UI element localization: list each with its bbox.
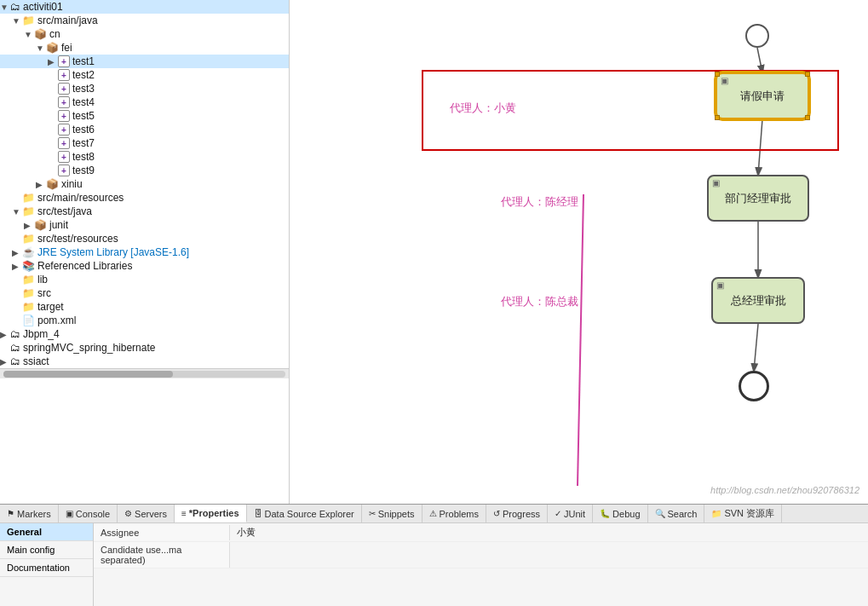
tab-bar: ⚑Markers▣Console⚙Servers≡*Properties🗄Dat… [0, 505, 868, 523]
prop-section-main-config[interactable]: Main config [0, 541, 93, 559]
tree-item-icon: 📁 [22, 301, 35, 313]
task-bumen[interactable]: ▣ 部门经理审批 [707, 175, 809, 222]
label-chenjingli: 代理人：陈经理 [501, 194, 578, 210]
tree-item-test2[interactable]: +test2 [0, 68, 289, 82]
project-explorer[interactable]: ▼🗂activiti01▼📁src/main/java▼📦cn▼📦fei▶+te… [0, 0, 290, 504]
tree-item-label: fei [61, 42, 72, 54]
tab-icon-datasource: 🗄 [254, 509, 262, 518]
tree-item-icon: 📁 [22, 14, 35, 26]
tree-item-test8[interactable]: +test8 [0, 150, 289, 164]
tab-markers[interactable]: ⚑Markers [0, 505, 59, 522]
tree-item-label: test3 [72, 83, 95, 95]
tree-arrow[interactable]: ▼ [12, 207, 22, 216]
tab-icon-debug: 🐛 [600, 509, 610, 518]
tree-arrow[interactable]: ▼ [36, 43, 46, 53]
tree-item-src-main-java[interactable]: ▼📁src/main/java [0, 14, 289, 27]
task-icon: ▣ [721, 76, 728, 85]
task-qingjia-label: 请假申请 [740, 89, 785, 104]
tree-item-test6[interactable]: +test6 [0, 123, 289, 136]
tree-item-label: ssiact [23, 355, 49, 367]
tree-item-fei[interactable]: ▼📦fei [0, 41, 289, 55]
end-event[interactable] [739, 371, 769, 401]
tab-label-markers: Markers [17, 509, 51, 519]
tree-item-src-test-res[interactable]: 📁src/test/resources [0, 232, 289, 245]
tree-item-icon: 📄 [22, 315, 35, 326]
tree-arrow[interactable]: ▶ [48, 57, 58, 66]
resize-sw[interactable] [715, 115, 720, 120]
tree-item-jre-system[interactable]: ▶☕JRE System Library [JavaSE-1.6] [0, 245, 289, 259]
tree-arrow[interactable]: ▶ [12, 248, 22, 257]
tree-arrow[interactable]: ▼ [12, 16, 22, 26]
tree-item-src-main-res[interactable]: 📁src/main/resources [0, 191, 289, 205]
tree-item-jbpm4[interactable]: ▶🗂Jbpm_4 [0, 327, 289, 341]
tree-item-test7[interactable]: +test7 [0, 136, 289, 150]
scrollbar-track [3, 371, 285, 378]
tab-icon-progress: ↺ [493, 509, 500, 518]
tree-item-test4[interactable]: +test4 [0, 95, 289, 109]
tab-junit[interactable]: ✓JUnit [548, 505, 593, 522]
tree-arrow[interactable]: ▶ [24, 221, 34, 230]
tree-arrow[interactable]: ▶ [0, 330, 10, 339]
tab-properties[interactable]: ≡*Properties [175, 505, 247, 522]
tree-item-label: lib [37, 274, 48, 286]
sidebar-horizontal-scrollbar[interactable] [0, 368, 289, 378]
resize-se[interactable] [805, 115, 810, 120]
tree-item-ref-libs[interactable]: ▶📚Referenced Libraries [0, 259, 289, 273]
tree-item-target[interactable]: 📁target [0, 300, 289, 314]
tree-item-xiniu[interactable]: ▶📦xiniu [0, 177, 289, 191]
task-zongjing[interactable]: ▣ 总经理审批 [711, 277, 805, 324]
tree-item-test1[interactable]: ▶+test1 [0, 55, 289, 68]
tree-arrow[interactable]: ▼ [0, 3, 10, 12]
tree-arrow[interactable]: ▶ [36, 180, 46, 189]
label-xiaohuang: 代理人：小黄 [450, 101, 516, 116]
tree-arrow[interactable]: ▶ [0, 357, 10, 366]
tab-servers[interactable]: ⚙Servers [118, 505, 175, 522]
tab-icon-console: ▣ [66, 509, 73, 518]
tab-datasource[interactable]: 🗄Data Source Explorer [247, 505, 362, 522]
tab-debug[interactable]: 🐛Debug [593, 505, 647, 522]
prop-section-general[interactable]: General [0, 523, 93, 541]
tree-item-icon: 🗂 [10, 328, 20, 340]
prop-value[interactable]: 小黄 [230, 523, 868, 541]
tree-item-icon: + [58, 69, 70, 81]
tree-item-icon: + [58, 124, 70, 136]
tree-item-activiti01[interactable]: ▼🗂activiti01 [0, 0, 289, 14]
tree-item-pom-xml[interactable]: 📄pom.xml [0, 314, 289, 327]
tab-label-servers: Servers [135, 509, 167, 519]
diagram-canvas: ▣ 请假申请 ▣ 部门经理审批 ▣ 总经理审批 代理人：小黄 代理人：陈经理 代… [290, 0, 868, 504]
tree-item-src-test-java[interactable]: ▼📁src/test/java [0, 205, 289, 218]
tree-item-junit[interactable]: ▶📦junit [0, 218, 289, 232]
tab-search[interactable]: 🔍Search [648, 505, 705, 522]
tree-item-label: JRE System Library [JavaSE-1.6] [37, 246, 189, 258]
tree-item-test9[interactable]: +test9 [0, 164, 289, 177]
task-qingjia[interactable]: ▣ 请假申请 [716, 72, 809, 119]
resize-ne[interactable] [805, 72, 810, 77]
prop-value[interactable] [230, 552, 868, 557]
tree-item-cn[interactable]: ▼📦cn [0, 27, 289, 41]
tree-item-label: Jbpm_4 [23, 328, 60, 340]
tree-arrow[interactable]: ▶ [12, 262, 22, 271]
tab-snippets[interactable]: ✂Snippets [362, 505, 423, 522]
tab-label-search: Search [668, 509, 698, 519]
tab-problems[interactable]: ⚠Problems [423, 505, 486, 522]
start-event[interactable] [745, 24, 769, 48]
tree-item-label: src/test/resources [37, 233, 118, 245]
prop-section-documentation[interactable]: Documentation [0, 559, 93, 577]
tree-item-label: test1 [72, 55, 95, 67]
tree-item-src[interactable]: 📁src [0, 286, 289, 300]
tab-svn[interactable]: 📁SVN 资源库 [704, 505, 782, 522]
tab-progress[interactable]: ↺Progress [486, 505, 548, 522]
tree-item-test3[interactable]: +test3 [0, 82, 289, 95]
tree-item-icon: 📦 [46, 178, 59, 190]
tree-item-lib[interactable]: 📁lib [0, 273, 289, 286]
tree-item-label: target [37, 301, 64, 313]
tree-arrow[interactable]: ▼ [24, 30, 34, 39]
tab-icon-snippets: ✂ [369, 509, 376, 518]
tab-console[interactable]: ▣Console [59, 505, 118, 522]
task-zongjing-label: 总经理审批 [731, 293, 786, 309]
tree-item-ssiact[interactable]: ▶🗂ssiact [0, 355, 289, 368]
tree-item-label: src/main/resources [37, 192, 124, 204]
tree-item-test5[interactable]: +test5 [0, 109, 289, 123]
resize-nw[interactable] [715, 72, 720, 77]
tree-item-springmvc[interactable]: 🗂springMVC_spring_hibernate [0, 341, 289, 355]
